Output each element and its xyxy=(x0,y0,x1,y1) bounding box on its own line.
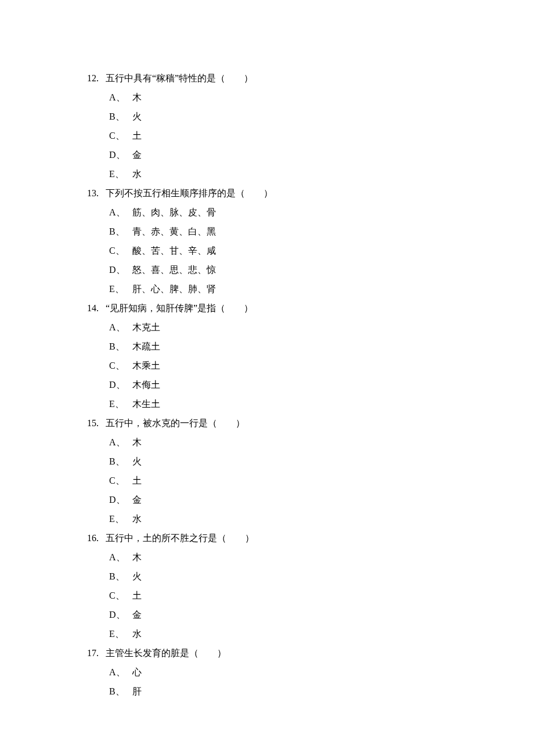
option-a: A、木 xyxy=(109,88,534,107)
question-stem: 14. “见肝知病，知肝传脾”是指（ ） xyxy=(87,298,534,318)
option-d: D、金 xyxy=(109,605,534,624)
option-label: E、 xyxy=(109,514,132,524)
option-label: B、 xyxy=(109,687,132,696)
option-label: A、 xyxy=(109,93,132,102)
option-label: A、 xyxy=(109,668,132,677)
option-d: D、木侮土 xyxy=(109,375,534,394)
option-text: 水 xyxy=(132,629,142,639)
question-text: 主管生长发育的脏是（ ） xyxy=(106,649,226,658)
option-label: C、 xyxy=(109,131,132,141)
option-b: B、火 xyxy=(109,107,534,126)
question-number: 15. xyxy=(87,419,106,428)
option-text: 水 xyxy=(132,170,142,179)
question-number: 16. xyxy=(87,534,106,543)
question-stem: 13. 下列不按五行相生顺序排序的是（ ） xyxy=(87,183,534,203)
option-text: 土 xyxy=(132,131,142,141)
option-a: A、木克土 xyxy=(109,318,534,337)
option-label: A、 xyxy=(109,438,132,447)
option-c: C、木乘土 xyxy=(109,356,534,375)
question-text: 五行中具有“稼穑”特性的是（ ） xyxy=(106,74,253,83)
question-12: 12. 五行中具有“稼穑”特性的是（ ） A、木 B、火 C、土 D、金 E、水 xyxy=(87,69,534,183)
option-d: D、金 xyxy=(109,490,534,509)
option-text: 青、赤、黄、白、黑 xyxy=(132,227,216,236)
option-list: A、木克土 B、木疏土 C、木乘土 D、木侮土 E、木生土 xyxy=(87,318,534,413)
option-text: 肝、心、脾、肺、肾 xyxy=(132,285,216,294)
option-text: 土 xyxy=(132,591,142,600)
option-label: D、 xyxy=(109,380,132,390)
option-label: B、 xyxy=(109,227,132,236)
question-stem: 12. 五行中具有“稼穑”特性的是（ ） xyxy=(87,69,534,88)
option-e: E、水 xyxy=(109,509,534,528)
question-text: 五行中，被水克的一行是（ ） xyxy=(106,419,245,428)
option-label: E、 xyxy=(109,285,132,294)
exam-page: 12. 五行中具有“稼穑”特性的是（ ） A、木 B、火 C、土 D、金 E、水… xyxy=(0,0,534,756)
option-label: A、 xyxy=(109,323,132,332)
option-text: 金 xyxy=(132,610,142,620)
option-text: 肝 xyxy=(132,687,142,696)
option-label: D、 xyxy=(109,610,132,620)
option-d: D、怒、喜、思、悲、惊 xyxy=(109,260,534,279)
option-c: C、酸、苦、甘、辛、咸 xyxy=(109,241,534,260)
question-14: 14. “见肝知病，知肝传脾”是指（ ） A、木克土 B、木疏土 C、木乘土 D… xyxy=(87,298,534,413)
question-stem: 15. 五行中，被水克的一行是（ ） xyxy=(87,413,534,433)
option-label: B、 xyxy=(109,457,132,466)
option-text: 心 xyxy=(132,668,142,677)
option-b: B、木疏土 xyxy=(109,337,534,356)
option-list: A、心 B、肝 xyxy=(87,663,534,701)
question-17: 17. 主管生长发育的脏是（ ） A、心 B、肝 xyxy=(87,643,534,701)
option-label: B、 xyxy=(109,342,132,351)
option-d: D、金 xyxy=(109,145,534,164)
question-number: 14. xyxy=(87,304,106,313)
question-number: 17. xyxy=(87,649,106,658)
option-text: 土 xyxy=(132,476,142,485)
option-b: B、青、赤、黄、白、黑 xyxy=(109,222,534,241)
option-label: D、 xyxy=(109,495,132,505)
question-stem: 16. 五行中，土的所不胜之行是（ ） xyxy=(87,528,534,548)
question-13: 13. 下列不按五行相生顺序排序的是（ ） A、筋、肉、脉、皮、骨 B、青、赤、… xyxy=(87,183,534,298)
question-15: 15. 五行中，被水克的一行是（ ） A、木 B、火 C、土 D、金 E、水 xyxy=(87,413,534,528)
question-16: 16. 五行中，土的所不胜之行是（ ） A、木 B、火 C、土 D、金 E、水 xyxy=(87,528,534,643)
option-b: B、火 xyxy=(109,452,534,471)
question-number: 13. xyxy=(87,189,106,198)
option-text: 木 xyxy=(132,93,142,102)
option-text: 火 xyxy=(132,457,142,466)
option-label: A、 xyxy=(109,553,132,562)
option-text: 金 xyxy=(132,495,142,505)
option-text: 木克土 xyxy=(132,323,160,332)
option-text: 木 xyxy=(132,553,142,562)
option-text: 筋、肉、脉、皮、骨 xyxy=(132,208,216,217)
option-text: 木疏土 xyxy=(132,342,160,351)
option-c: C、土 xyxy=(109,471,534,490)
option-text: 酸、苦、甘、辛、咸 xyxy=(132,246,216,255)
option-e: E、水 xyxy=(109,624,534,643)
option-list: A、木 B、火 C、土 D、金 E、水 xyxy=(87,88,534,183)
option-text: 水 xyxy=(132,514,142,524)
option-label: D、 xyxy=(109,150,132,160)
option-label: E、 xyxy=(109,399,132,409)
option-list: A、木 B、火 C、土 D、金 E、水 xyxy=(87,433,534,528)
option-e: E、水 xyxy=(109,164,534,183)
question-stem: 17. 主管生长发育的脏是（ ） xyxy=(87,643,534,663)
question-text: 五行中，土的所不胜之行是（ ） xyxy=(106,534,254,543)
option-e: E、肝、心、脾、肺、肾 xyxy=(109,279,534,298)
option-a: A、木 xyxy=(109,548,534,567)
option-label: D、 xyxy=(109,265,132,275)
option-text: 火 xyxy=(132,112,142,121)
option-text: 木乘土 xyxy=(132,361,160,370)
option-label: E、 xyxy=(109,629,132,639)
option-b: B、火 xyxy=(109,567,534,586)
option-label: C、 xyxy=(109,476,132,485)
option-text: 怒、喜、思、悲、惊 xyxy=(132,265,216,275)
option-label: C、 xyxy=(109,246,132,255)
question-text: “见肝知病，知肝传脾”是指（ ） xyxy=(106,304,253,313)
option-list: A、筋、肉、脉、皮、骨 B、青、赤、黄、白、黑 C、酸、苦、甘、辛、咸 D、怒、… xyxy=(87,203,534,298)
option-label: C、 xyxy=(109,591,132,600)
option-label: B、 xyxy=(109,112,132,121)
option-list: A、木 B、火 C、土 D、金 E、水 xyxy=(87,548,534,643)
option-text: 木 xyxy=(132,438,142,447)
option-label: C、 xyxy=(109,361,132,370)
option-b: B、肝 xyxy=(109,682,534,701)
option-a: A、木 xyxy=(109,433,534,452)
option-label: B、 xyxy=(109,572,132,581)
option-a: A、心 xyxy=(109,663,534,682)
